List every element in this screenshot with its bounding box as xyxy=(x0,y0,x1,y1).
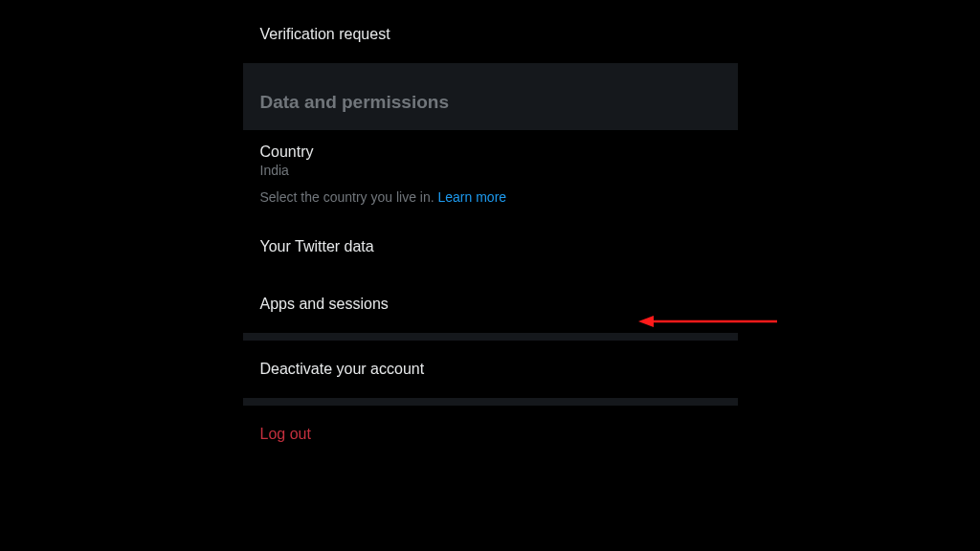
logout-item[interactable]: Log out xyxy=(243,406,738,463)
logout-label: Log out xyxy=(260,426,311,442)
divider xyxy=(243,398,738,406)
deactivate-account-item[interactable]: Deactivate your account xyxy=(243,341,738,398)
verification-request-label: Verification request xyxy=(260,26,390,42)
your-twitter-data-label: Your Twitter data xyxy=(260,238,374,254)
country-value: India xyxy=(260,163,721,178)
country-item[interactable]: Country India Select the country you liv… xyxy=(243,130,738,218)
settings-panel: Verification request Data and permission… xyxy=(243,0,738,551)
country-description: Select the country you live in. Learn mo… xyxy=(260,189,721,205)
section-header-data-permissions: Data and permissions xyxy=(243,63,738,130)
apps-and-sessions-item[interactable]: Apps and sessions xyxy=(243,276,738,333)
section-header-label: Data and permissions xyxy=(260,92,449,112)
apps-and-sessions-label: Apps and sessions xyxy=(260,296,389,312)
deactivate-account-label: Deactivate your account xyxy=(260,361,425,377)
learn-more-link[interactable]: Learn more xyxy=(438,189,507,205)
country-description-text: Select the country you live in. xyxy=(260,189,438,205)
country-title: Country xyxy=(260,143,721,161)
your-twitter-data-item[interactable]: Your Twitter data xyxy=(243,218,738,276)
divider xyxy=(243,333,738,341)
verification-request-item[interactable]: Verification request xyxy=(243,6,738,63)
